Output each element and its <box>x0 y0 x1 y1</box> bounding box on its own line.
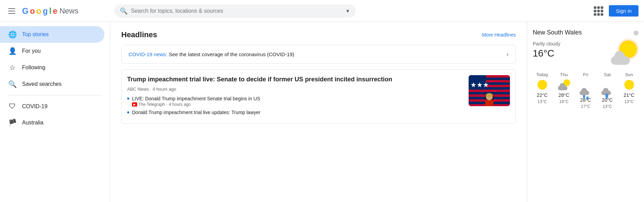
sub-article-title-2: Donald Trump impeachment trial live upda… <box>132 110 463 115</box>
sidebar-item-australia[interactable]: 🏴 Australia <box>0 114 104 131</box>
sidebar-label-top-stories: Top stories <box>22 31 49 38</box>
person-icon: 👤 <box>8 47 17 55</box>
globe-icon: 🌐 <box>8 30 17 39</box>
forecast-high-today: 22°C <box>537 92 548 98</box>
top-news-card[interactable]: Trump impeachment trial live: Senate to … <box>121 69 516 124</box>
headlines-title: Headlines <box>121 30 157 39</box>
news-card-content: Trump impeachment trial live: Senate to … <box>127 75 463 118</box>
forecast-low-sat: 13°C <box>603 104 612 109</box>
sub-sep-1: · <box>166 102 167 107</box>
sub-time-1: 4 hours ago <box>169 102 191 107</box>
news-image-svg: ★★★ <box>469 75 510 106</box>
logo-news: News <box>60 7 79 16</box>
forecast-day-name-thu: Thu <box>560 72 568 77</box>
covid-banner[interactable]: COVID-19 news: See the latest coverage o… <box>121 45 516 64</box>
bullet-icon-2 <box>127 111 129 113</box>
forecast-icon-fri <box>580 79 592 96</box>
youtube-icon: ▶ <box>132 102 137 107</box>
sidebar-item-saved-searches[interactable]: 🔍 Saved searches <box>0 76 104 92</box>
weather-icon-large <box>611 39 638 67</box>
weather-condition: Partly cloudy <box>533 41 560 47</box>
forecast-low-sun: 13°C <box>624 99 634 104</box>
sidebar-item-covid19[interactable]: 🛡 COVID-19 <box>0 98 104 114</box>
shield-icon: 🛡 <box>8 102 17 110</box>
news-card-meta: ABC News · 4 hours ago <box>127 87 463 92</box>
logo-o2: o <box>36 6 41 16</box>
forecast-high-sun: 21°C <box>624 92 634 98</box>
forecast-icon-thu <box>558 79 570 91</box>
logo-e: e <box>53 6 57 16</box>
news-image: ★★★ <box>469 75 510 106</box>
search-dropdown-icon[interactable]: ▼ <box>345 8 350 14</box>
sidebar: 🌐 Top stories 👤 For you ☆ Following 🔍 Sa… <box>0 22 110 202</box>
content-area: Headlines More Headlines COVID-19 news: … <box>110 22 527 202</box>
sidebar-label-saved-searches: Saved searches <box>22 81 62 87</box>
more-headlines-link[interactable]: More Headlines <box>482 32 516 38</box>
forecast-icon-today <box>536 79 549 91</box>
sidebar-divider <box>8 95 102 95</box>
forecast-row: Today 22°C 13°C Thu 28°C 16°C Fri <box>533 72 638 109</box>
svg-point-13 <box>486 93 493 97</box>
main-layout: 🌐 Top stories 👤 For you ☆ Following 🔍 Sa… <box>0 22 644 202</box>
search-icon: 🔍 <box>120 7 127 15</box>
sub-article-title-1: LIVE: Donald Trump impeachment Senate tr… <box>132 96 463 101</box>
forecast-rain-fri-2 <box>586 97 589 100</box>
sidebar-item-top-stories[interactable]: 🌐 Top stories <box>0 26 104 43</box>
header-right: Sign in <box>591 3 638 19</box>
news-card-inner: Trump impeachment trial live: Senate to … <box>127 75 510 118</box>
forecast-thu: Thu 28°C 16°C <box>554 72 573 109</box>
forecast-sun: Sun 21°C 13°C <box>620 72 638 109</box>
google-news-logo[interactable]: G o o g l e News <box>22 6 79 16</box>
menu-button[interactable] <box>6 6 18 17</box>
sub-article-2[interactable]: Donald Trump impeachment trial live upda… <box>127 110 463 115</box>
forecast-high-thu: 28°C <box>559 92 569 98</box>
sidebar-item-following[interactable]: ☆ Following <box>0 59 104 76</box>
forecast-sun-today <box>538 80 547 90</box>
forecast-icon-sat <box>601 79 614 96</box>
sidebar-label-australia: Australia <box>22 120 43 126</box>
logo-g2: g <box>43 6 48 16</box>
forecast-day-name-fri: Fri <box>583 72 588 77</box>
weather-info: Partly cloudy 16°C <box>533 41 560 64</box>
bullet-icon-1 <box>127 98 129 100</box>
forecast-low-today: 13°C <box>538 99 547 104</box>
covid-link-text: COVID-19 news: <box>129 51 167 57</box>
header: G o o g l e News 🔍 ▼ Sign in <box>0 0 644 22</box>
svg-rect-4 <box>469 90 510 92</box>
forecast-rain-fri-1 <box>583 95 585 99</box>
sidebar-label-for-you: For you <box>22 48 41 54</box>
search-bar[interactable]: 🔍 ▼ <box>114 4 356 18</box>
sub-article-content-2: Donald Trump impeachment trial live upda… <box>132 110 463 115</box>
sub-article-1[interactable]: LIVE: Donald Trump impeachment Senate tr… <box>127 96 463 107</box>
search-saved-icon: 🔍 <box>8 80 17 88</box>
sub-article-source-1: ▶ The Telegraph · 4 hours ago <box>132 102 463 107</box>
apps-icon[interactable] <box>591 3 606 19</box>
news-image-inner: ★★★ <box>469 75 510 106</box>
forecast-icon-sun <box>623 79 635 91</box>
svg-rect-11 <box>485 100 493 106</box>
weather-header: New South Wales ◎ <box>533 29 638 36</box>
forecast-fri: Fri 28°C 17°C <box>576 72 595 109</box>
chevron-right-icon: › <box>507 51 509 58</box>
news-source: ABC News <box>127 87 149 92</box>
sidebar-item-for-you[interactable]: 👤 For you <box>0 43 104 59</box>
weather-main: Partly cloudy 16°C <box>533 39 638 67</box>
star-icon: ☆ <box>8 63 17 72</box>
news-separator: · <box>150 87 152 92</box>
cloud-icon <box>611 56 630 65</box>
sub-article-content-1: LIVE: Donald Trump impeachment Senate tr… <box>132 96 463 107</box>
forecast-low-thu: 16°C <box>559 99 569 104</box>
sign-in-button[interactable]: Sign in <box>609 5 638 17</box>
covid-description: See the latest coverage of the coronavir… <box>169 51 294 57</box>
forecast-high-fri: 28°C <box>580 97 591 103</box>
search-input[interactable] <box>131 8 342 14</box>
location-icon[interactable]: ◎ <box>634 29 638 36</box>
logo-o1: o <box>30 6 35 16</box>
weather-location: New South Wales <box>533 29 582 36</box>
sub-source-name-1: The Telegraph <box>139 102 165 107</box>
forecast-cloud-fri <box>580 91 589 95</box>
forecast-sun-sun <box>624 80 634 90</box>
forecast-cloud-thu <box>558 86 568 90</box>
forecast-day-name-today: Today <box>536 72 548 77</box>
logo-l: l <box>49 6 52 16</box>
